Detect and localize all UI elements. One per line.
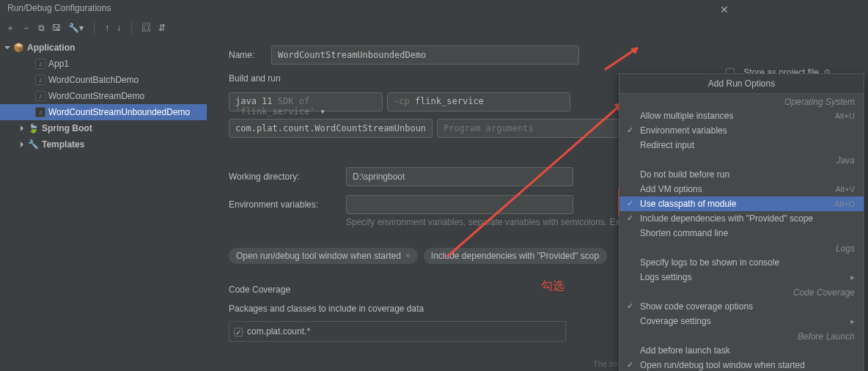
popup-section-java: Java	[619, 153, 864, 167]
opt-env-vars[interactable]: ✓Environment variables	[619, 123, 864, 138]
config-tree: 📦 Application JApp1 JWordCountBatchDemo …	[0, 38, 207, 371]
opt-open-tool[interactable]: ✓Open run/debug tool window when started	[619, 358, 864, 371]
opt-spec-logs[interactable]: Specify logs to be shown in console	[619, 255, 864, 270]
popup-section-before: Before Launch	[619, 328, 864, 343]
tree-spring-node[interactable]: 🍃 Spring Boot	[0, 120, 207, 136]
popup-title: Add Run Options	[619, 74, 864, 94]
down-icon[interactable]: ↓	[117, 23, 121, 33]
opt-shorten[interactable]: Shorten command line	[619, 226, 864, 240]
opt-include-provided[interactable]: ✓Include dependencies with "Provided" sc…	[619, 211, 864, 226]
wrench-icon[interactable]: 🔧▾	[68, 23, 84, 33]
popup-section-cov: Code Coverage	[619, 284, 864, 299]
opt-use-cp[interactable]: ✓Use classpath of moduleAlt+O	[619, 196, 864, 211]
tree-item-unbounded[interactable]: JWordCountStreamUnboundedDemo	[0, 104, 207, 120]
name-label: Name:	[229, 50, 264, 60]
opt-allow-multi[interactable]: Allow multiple instancesAlt+U	[619, 109, 864, 123]
env-input[interactable]	[346, 195, 573, 214]
jdk-select[interactable]: java 11 SDK of 'flink_service' ▾	[229, 92, 383, 111]
tree-item-stream[interactable]: JWordCountStreamDemo	[0, 88, 207, 104]
folder-icon[interactable]: ⿴	[142, 23, 151, 33]
env-label: Environment variables:	[229, 199, 339, 210]
pkg-checkbox[interactable]	[234, 328, 243, 337]
add-icon[interactable]: ＋	[6, 22, 15, 34]
add-run-options-popup: Add Run Options Operating System Allow m…	[619, 73, 864, 371]
window-title: Run/Debug Configurations	[0, 0, 868, 18]
popup-section-logs: Logs	[619, 240, 864, 255]
up-icon[interactable]: ↑	[105, 23, 109, 33]
opt-vm[interactable]: Add VM optionsAlt+V	[619, 182, 864, 196]
opt-redirect[interactable]: Redirect input	[619, 138, 864, 153]
close-icon[interactable]: ✕	[720, 4, 729, 15]
collapse-icon[interactable]: ⇵	[158, 23, 166, 33]
chip-provided[interactable]: Include dependencies with "Provided" sco…	[424, 248, 607, 264]
opt-logs-settings[interactable]: Logs settings▸	[619, 270, 864, 284]
opt-cov-settings[interactable]: Coverage settings▸	[619, 314, 864, 328]
wd-label: Working directory:	[229, 172, 339, 182]
program-args-input[interactable]	[437, 119, 620, 138]
opt-add-before[interactable]: Add before launch task	[619, 343, 864, 358]
toolbar: ＋ － ⧉ 🖫 🔧▾ ↑ ↓ ⿴ ⇵	[0, 18, 868, 38]
classpath-select[interactable]: -cp flink_service	[387, 92, 570, 111]
name-input[interactable]	[271, 45, 579, 65]
annotation-text: 勾选	[541, 279, 564, 294]
close-icon[interactable]: ×	[405, 251, 411, 261]
copy-icon[interactable]: ⧉	[38, 23, 45, 33]
opt-show-cov[interactable]: ✓Show code coverage options	[619, 299, 864, 314]
main-class-input[interactable]	[229, 119, 433, 138]
tree-item-batch[interactable]: JWordCountBatchDemo	[0, 72, 207, 88]
wd-input[interactable]	[346, 167, 573, 186]
tree-templates-node[interactable]: 🔧 Templates	[0, 136, 207, 153]
save-icon[interactable]: 🖫	[52, 23, 61, 33]
chip-open-tool[interactable]: Open run/debug tool window when started×	[229, 248, 418, 264]
opt-no-build[interactable]: Do not build before run	[619, 167, 864, 182]
tree-app-node[interactable]: 📦 Application	[0, 40, 207, 56]
remove-icon[interactable]: －	[22, 22, 31, 34]
tree-item-app1[interactable]: JApp1	[0, 56, 207, 72]
coverage-package-row[interactable]: com.plat.count.*	[234, 326, 561, 337]
popup-section-os: Operating System	[619, 94, 864, 109]
